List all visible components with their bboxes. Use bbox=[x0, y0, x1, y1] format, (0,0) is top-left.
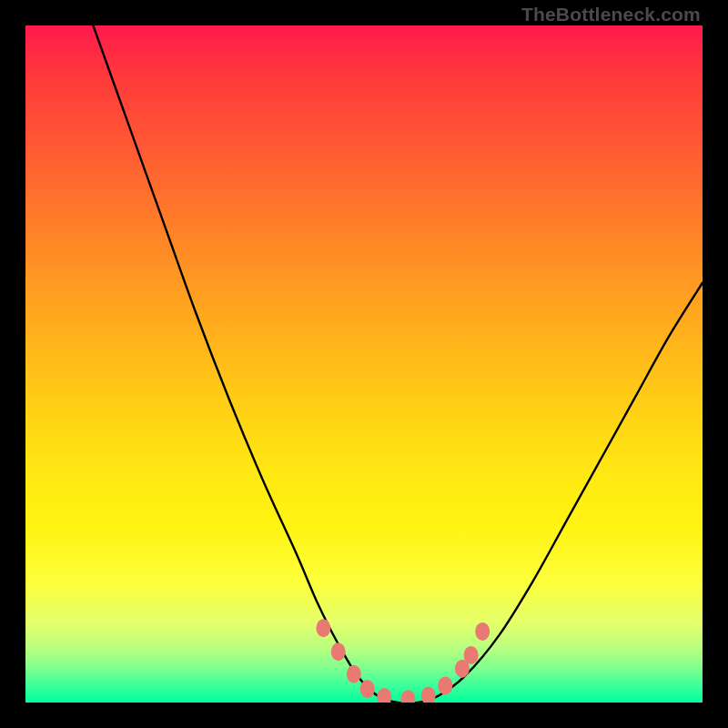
plot-area bbox=[25, 25, 703, 703]
curve-path bbox=[93, 25, 703, 703]
marker-point bbox=[360, 680, 375, 698]
marker-point bbox=[347, 665, 361, 683]
marker-point bbox=[475, 622, 490, 641]
marker-point bbox=[377, 688, 391, 703]
curve-markers bbox=[316, 619, 490, 703]
marker-point bbox=[316, 619, 330, 637]
marker-point bbox=[400, 690, 415, 703]
attribution-text: TheBottleneck.com bbox=[521, 4, 701, 25]
marker-point bbox=[331, 642, 346, 661]
chart-frame: TheBottleneck.com bbox=[0, 0, 728, 728]
marker-point bbox=[464, 646, 479, 664]
bottleneck-curve bbox=[93, 25, 703, 703]
curve-layer bbox=[25, 25, 703, 703]
marker-point bbox=[421, 687, 436, 703]
marker-point bbox=[438, 676, 452, 694]
